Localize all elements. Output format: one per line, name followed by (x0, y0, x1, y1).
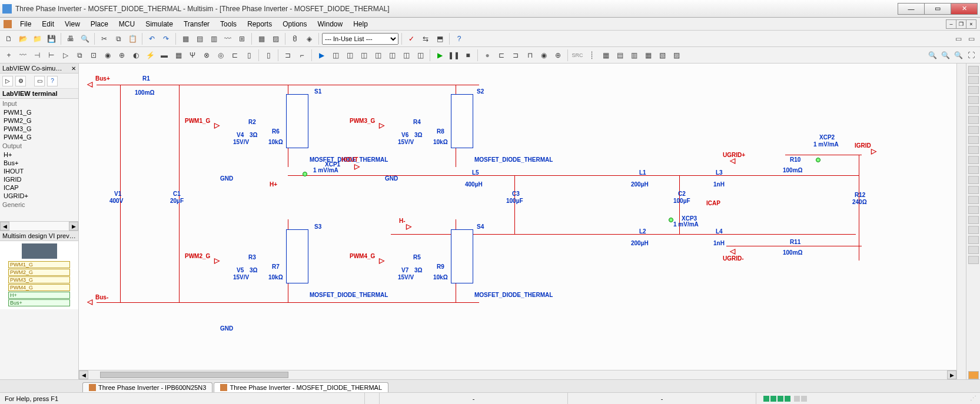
run-arrow-icon[interactable]: ▷ (2, 76, 13, 86)
scope-icon[interactable]: ◫ (357, 49, 370, 62)
canvas-vscroll[interactable] (956, 64, 966, 379)
paste-icon[interactable]: 📋 (126, 32, 139, 45)
list-item[interactable]: IHOUT (0, 167, 78, 175)
menu-window[interactable]: Window (313, 19, 348, 29)
source-icon[interactable]: + (2, 49, 15, 62)
tool-icon[interactable]: ⊓ (523, 49, 536, 62)
ni-icon[interactable]: ◎ (214, 49, 227, 62)
list-item[interactable]: PWM1_G (0, 108, 78, 116)
tool-icon[interactable]: ⊞ (235, 32, 248, 45)
misc-icon[interactable]: ▬ (158, 49, 171, 62)
comp-r12[interactable]: R12 (855, 192, 865, 198)
tool-icon[interactable]: ▨ (670, 49, 683, 62)
menu-help[interactable]: Help (348, 19, 373, 29)
comp-r3[interactable]: R3 (248, 254, 256, 261)
instrument-icon[interactable] (968, 236, 979, 244)
comp-r11[interactable]: R11 (790, 239, 800, 245)
instrument-icon[interactable] (968, 206, 979, 214)
comp-c2[interactable]: C2 (678, 191, 686, 197)
redo-icon[interactable]: ↷ (160, 32, 172, 45)
comp-v5[interactable]: V5 (237, 267, 244, 273)
instrument-icon[interactable] (968, 116, 979, 124)
list-item[interactable]: UGRID+ (0, 192, 78, 200)
comp-r4[interactable]: R4 (413, 119, 421, 125)
open-icon[interactable]: 📂 (16, 32, 29, 45)
tool-icon[interactable]: ▧ (656, 49, 669, 62)
comp-r6[interactable]: R6 (272, 128, 280, 135)
list-item[interactable]: ICAP (0, 183, 78, 192)
analog-icon[interactable]: ▷ (59, 49, 72, 62)
instrument-icon[interactable] (968, 146, 979, 154)
interactive-icon[interactable]: ▶ (315, 49, 328, 62)
instrument-icon[interactable] (968, 86, 979, 94)
mdi-restore-button[interactable]: ❐ (956, 19, 966, 29)
electromech-icon[interactable]: ⊗ (200, 49, 213, 62)
gear-icon[interactable]: ⚙ (15, 76, 26, 86)
help-icon[interactable]: ? (453, 32, 466, 45)
zoom-in-icon[interactable]: 🔍 (926, 49, 939, 62)
instrument-icon[interactable] (968, 76, 979, 84)
probe-icon[interactable] (669, 218, 673, 222)
comp-r8[interactable]: R8 (437, 128, 444, 135)
tool-icon[interactable]: ⊕ (552, 49, 564, 62)
tool-icon[interactable]: ⊏ (495, 49, 508, 62)
copy-icon[interactable]: ⧉ (112, 32, 125, 45)
instrument-icon[interactable] (968, 166, 979, 174)
indicator-icon[interactable]: ◐ (129, 49, 142, 62)
tool-icon[interactable]: ⬒ (433, 32, 446, 45)
zoom-out-icon[interactable]: 🔍 (939, 49, 952, 62)
comp-c3[interactable]: C3 (512, 191, 520, 197)
instrument-icon[interactable] (968, 136, 979, 144)
instrument-icon[interactable] (968, 176, 979, 184)
menu-place[interactable]: Place (86, 19, 113, 29)
instrument-icon[interactable] (968, 216, 979, 224)
tool-icon[interactable]: ▨ (269, 32, 282, 45)
ttl-icon[interactable]: ⧉ (73, 49, 86, 62)
tool-icon[interactable]: ◉ (537, 49, 550, 62)
pause-icon[interactable]: ❚❚ (447, 49, 460, 62)
comp-c1[interactable]: C1 (173, 191, 181, 197)
tool-icon[interactable]: ▤ (613, 49, 626, 62)
canvas-hscroll[interactable]: ◀ ▶ (79, 370, 956, 379)
print-icon[interactable]: 🖶 (64, 32, 77, 45)
comp-l4[interactable]: L4 (716, 228, 723, 235)
tool-icon[interactable]: ▦ (255, 32, 268, 45)
tool-icon[interactable]: ▦ (179, 32, 192, 45)
undo-icon[interactable]: ↶ (145, 32, 158, 45)
tool-icon[interactable]: ⊐ (509, 49, 522, 62)
check-icon[interactable]: ✓ (405, 32, 418, 45)
instrument-icon[interactable] (968, 106, 979, 114)
list-item[interactable]: Bus+ (0, 159, 78, 167)
tool-icon[interactable]: 〰 (221, 32, 234, 45)
list-item[interactable]: PWM2_G (0, 116, 78, 125)
comp-r7[interactable]: R7 (272, 263, 280, 270)
probe-icon[interactable] (816, 158, 820, 162)
tab-sheet[interactable]: Three Phase Inverter - MOSFET_DIODE_THER… (214, 382, 388, 392)
open-sample-icon[interactable]: 📁 (31, 32, 44, 45)
transistor-icon[interactable]: ⊢ (45, 49, 58, 62)
run-icon[interactable]: ▶ (433, 49, 446, 62)
menu-edit[interactable]: Edit (37, 19, 59, 29)
comp-l5[interactable]: L5 (472, 169, 479, 176)
diode-icon[interactable]: ⊣ (31, 49, 44, 62)
mixed-icon[interactable]: ⊕ (115, 49, 128, 62)
mcu-icon[interactable]: ▯ (242, 49, 255, 62)
print-preview-icon[interactable]: 🔍 (78, 32, 91, 45)
tool-icon[interactable]: ▤ (193, 32, 206, 45)
comp-s2-box[interactable] (451, 94, 473, 148)
instrument-icon[interactable] (968, 256, 979, 264)
maximize-button[interactable]: ▭ (924, 3, 951, 15)
comp-s1-box[interactable] (286, 94, 308, 148)
list-item[interactable]: PWM4_G (0, 133, 78, 141)
comp-r1[interactable]: R1 (142, 75, 150, 82)
sidebar-hscroll[interactable]: ◀▶ (0, 221, 78, 231)
tool-icon[interactable]: ▦ (599, 49, 612, 62)
comp-v7[interactable]: V7 (401, 267, 408, 273)
comp-r10[interactable]: R10 (790, 156, 800, 163)
labview-icon[interactable] (968, 371, 979, 379)
cmos-icon[interactable]: ⊡ (87, 49, 100, 62)
scope-icon[interactable]: ◫ (329, 49, 342, 62)
comp-l3[interactable]: L3 (716, 169, 723, 176)
record-icon[interactable]: ● (481, 49, 494, 62)
connector-icon[interactable]: ⊏ (228, 49, 241, 62)
